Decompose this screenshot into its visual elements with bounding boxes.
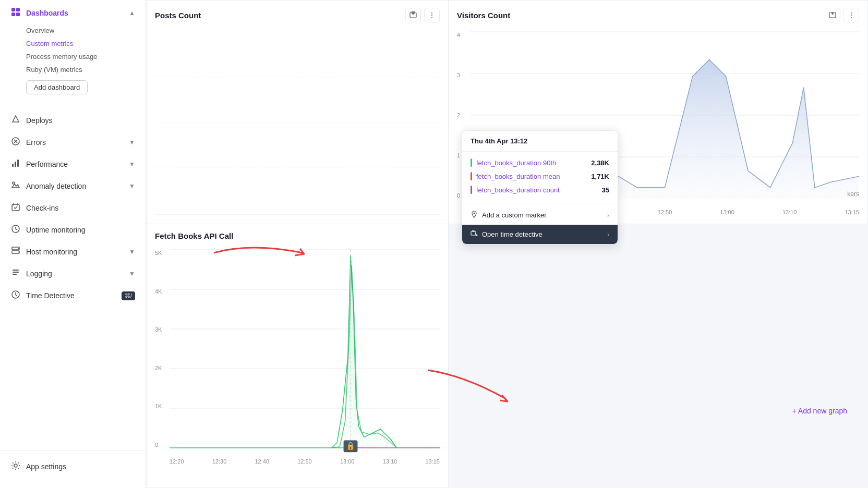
svg-rect-3 bbox=[16, 13, 20, 16]
gear-icon bbox=[10, 461, 21, 472]
marker-icon bbox=[471, 211, 478, 219]
dashboards-chevron: ▲ bbox=[129, 9, 135, 17]
sidebar-nav: Deploys Errors ▼ Performance ▼ bbox=[0, 107, 146, 309]
visitors-count-title: Visitors Count bbox=[457, 11, 510, 20]
fetch-books-panel: Fetch Books API Call 0 1K 2K 3K 4K 5K bbox=[146, 224, 449, 488]
sidebar-item-performance[interactable]: Performance ▼ bbox=[0, 153, 146, 175]
add-custom-marker-action[interactable]: Add a custom marker › bbox=[462, 205, 618, 225]
sidebar-item-checkins[interactable]: Check-ins bbox=[0, 197, 146, 219]
sidebar-item-logging[interactable]: Logging ▼ bbox=[0, 263, 146, 285]
time-detective-icon bbox=[10, 290, 21, 301]
svg-rect-0 bbox=[11, 8, 15, 11]
add-new-graph[interactable]: + Add new graph bbox=[792, 407, 847, 415]
sidebar-item-anomaly[interactable]: Anomaly detection ▼ bbox=[0, 175, 146, 197]
uptime-label: Uptime monitoring bbox=[26, 226, 135, 234]
checkins-label: Check-ins bbox=[26, 204, 135, 212]
fetch-x-1250: 12:50 bbox=[297, 458, 312, 465]
metric-name-2: fetch_books_duration mean bbox=[476, 173, 587, 180]
svg-point-13 bbox=[18, 248, 19, 249]
more-icon: ⋮ bbox=[428, 11, 436, 19]
svg-rect-6 bbox=[15, 162, 16, 167]
svg-point-19 bbox=[14, 464, 17, 467]
content-area: Posts Count ⋮ bbox=[146, 0, 868, 488]
fetch-x-1315: 13:15 bbox=[425, 458, 440, 465]
sidebar-sub-ruby-vm[interactable]: Ruby (VM) metrics bbox=[0, 63, 146, 76]
fetch-x-axis: 12:20 12:30 12:40 12:50 13:00 13:10 13:1… bbox=[170, 458, 440, 465]
errors-icon bbox=[10, 137, 21, 148]
sidebar-sub-custom-metrics[interactable]: Custom metrics bbox=[0, 37, 146, 50]
visitors-count-more-button[interactable]: ⋮ bbox=[843, 8, 859, 22]
visitors-count-header: Visitors Count ⋮ bbox=[449, 1, 867, 27]
sidebar-item-app-settings[interactable]: App settings bbox=[0, 456, 146, 478]
x-label-1310: 13:10 bbox=[782, 209, 797, 215]
anomaly-chevron: ▼ bbox=[129, 182, 135, 190]
sidebar-item-errors[interactable]: Errors ▼ bbox=[0, 131, 146, 153]
main-content: Posts Count ⋮ bbox=[146, 0, 868, 488]
sidebar-item-deploys[interactable]: Deploys bbox=[0, 109, 146, 131]
errors-label: Errors bbox=[26, 138, 124, 147]
dashboards-label: Dashboards bbox=[26, 9, 124, 17]
visitors-count-export-button[interactable] bbox=[825, 8, 840, 22]
svg-rect-15 bbox=[13, 270, 19, 271]
metric-name-1: fetch_books_duration 90th bbox=[476, 159, 587, 167]
add-new-graph-label: + Add new graph bbox=[792, 407, 847, 415]
tooltip-metrics: fetch_books_duration 90th 2,38K fetch_bo… bbox=[462, 152, 618, 201]
posts-count-more-button[interactable]: ⋮ bbox=[424, 8, 440, 22]
detective-chevron: › bbox=[607, 231, 609, 238]
open-detective-label: Open time detective bbox=[482, 230, 542, 238]
dashboards-icon bbox=[10, 7, 21, 19]
performance-label: Performance bbox=[26, 160, 124, 168]
svg-rect-1 bbox=[16, 8, 20, 11]
sidebar-sub-overview[interactable]: Overview bbox=[0, 24, 146, 37]
anomaly-label: Anomaly detection bbox=[26, 182, 124, 190]
fetch-y-5k: 5K bbox=[155, 250, 168, 256]
tooltip-metric-1: fetch_books_duration 90th 2,38K bbox=[462, 156, 618, 169]
performance-icon bbox=[10, 158, 21, 170]
fetch-x-1300: 13:00 bbox=[340, 458, 355, 465]
svg-rect-2 bbox=[11, 13, 15, 16]
posts-count-header: Posts Count ⋮ bbox=[147, 1, 448, 27]
tooltip-header: Thu 4th Apr 13:12 bbox=[462, 131, 618, 152]
errors-chevron: ▼ bbox=[129, 139, 135, 146]
sidebar-item-uptime[interactable]: Uptime monitoring bbox=[0, 219, 146, 241]
app-settings-label: App settings bbox=[26, 462, 135, 471]
add-dashboard-button[interactable]: Add dashboard bbox=[26, 80, 88, 94]
metric-value-2: 1,71K bbox=[591, 173, 609, 180]
metric-value-3: 35 bbox=[602, 186, 609, 194]
host-icon bbox=[10, 246, 21, 258]
tooltip-timestamp: Thu 4th Apr 13:12 bbox=[471, 137, 527, 145]
fetch-books-title: Fetch Books API Call bbox=[155, 231, 233, 240]
sidebar-item-host[interactable]: Host monitoring ▼ bbox=[0, 241, 146, 263]
deploys-label: Deploys bbox=[26, 116, 135, 125]
add-marker-chevron: › bbox=[607, 212, 609, 219]
posts-count-export-button[interactable] bbox=[405, 8, 421, 22]
fetch-x-1220: 12:20 bbox=[170, 458, 184, 465]
svg-rect-7 bbox=[17, 160, 19, 167]
metric-bar-3 bbox=[471, 186, 472, 194]
logging-chevron: ▼ bbox=[129, 270, 135, 277]
svg-point-41 bbox=[474, 213, 475, 214]
export-icon bbox=[409, 11, 417, 20]
sidebar-item-time-detective[interactable]: Time Detective ⌘/ bbox=[0, 285, 146, 307]
tooltip-popup: Thu 4th Apr 13:12 fetch_books_duration 9… bbox=[462, 130, 618, 245]
y-label-2: 2 bbox=[457, 112, 467, 118]
sidebar-sub-process-memory[interactable]: Process memory usage bbox=[0, 50, 146, 63]
fetch-x-1240: 12:40 bbox=[255, 458, 269, 465]
add-custom-marker-label: Add a custom marker bbox=[482, 211, 547, 219]
fetch-x-1310: 13:10 bbox=[383, 458, 397, 465]
fetch-y-axis: 0 1K 2K 3K 4K 5K bbox=[155, 250, 168, 448]
svg-rect-16 bbox=[13, 272, 19, 273]
svg-rect-5 bbox=[12, 164, 14, 167]
svg-point-14 bbox=[18, 252, 19, 253]
open-time-detective-action[interactable]: Open time detective › bbox=[462, 225, 618, 244]
posts-count-actions: ⋮ bbox=[405, 8, 440, 22]
metric-bar-2 bbox=[471, 172, 472, 180]
y-label-3: 3 bbox=[457, 72, 467, 78]
sidebar: Dashboards ▲ Overview Custom metrics Pro… bbox=[0, 0, 146, 488]
sidebar-divider-1 bbox=[0, 104, 146, 104]
svg-rect-17 bbox=[13, 274, 17, 275]
time-detective-label: Time Detective bbox=[26, 291, 116, 300]
posts-count-panel: Posts Count ⋮ bbox=[146, 0, 449, 224]
sidebar-item-dashboards[interactable]: Dashboards ▲ bbox=[0, 2, 146, 24]
host-chevron: ▼ bbox=[129, 248, 135, 255]
